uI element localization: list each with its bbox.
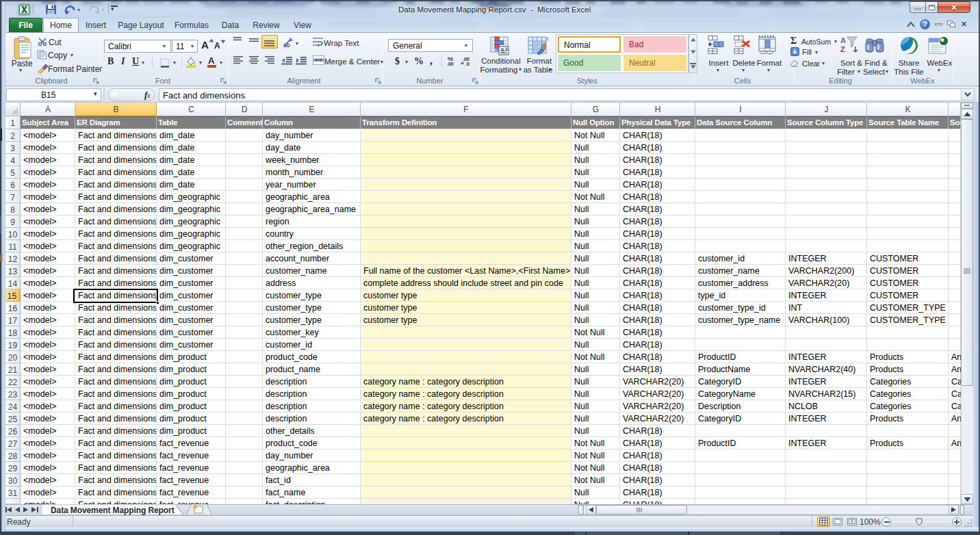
svg-text:.0: .0: [449, 57, 453, 62]
svg-text:A: A: [840, 36, 846, 44]
svg-text:ab: ab: [283, 42, 290, 48]
svg-text:.00: .00: [463, 57, 469, 62]
svg-text:Z: Z: [840, 45, 845, 53]
svg-text:.00: .00: [447, 62, 454, 66]
svg-text:.0: .0: [465, 62, 469, 66]
